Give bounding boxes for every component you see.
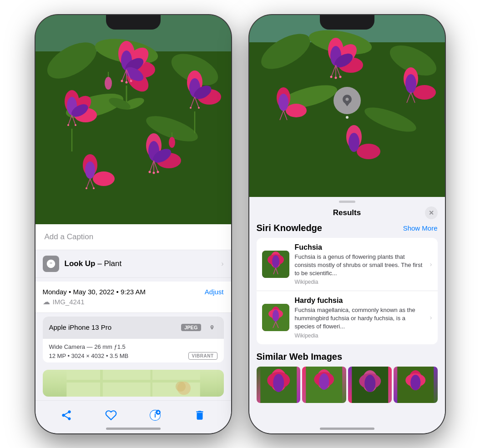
caption-placeholder: Add a Caption: [45, 232, 94, 241]
hardy-fuchsia-source: Wikipedia: [295, 332, 424, 339]
vibrant-badge: VIBRANT: [188, 352, 217, 360]
svg-point-36: [198, 107, 200, 109]
fuchsia-desc: Fuchsia is a genus of flowering plants t…: [295, 253, 424, 278]
camera-specs: 12 MP • 3024 × 4032 • 3.5 MB: [49, 352, 129, 359]
svg-point-108: [272, 255, 279, 268]
svg-point-19: [130, 80, 132, 82]
svg-point-53: [157, 171, 159, 173]
results-header: Results ✕: [249, 206, 445, 223]
svg-point-114: [273, 310, 279, 322]
hardy-fuchsia-chevron: ›: [430, 314, 432, 321]
svg-point-93: [286, 104, 307, 117]
results-sheet: Results ✕ Siri Knowledge Show More: [249, 197, 445, 433]
svg-rect-65: [100, 370, 103, 397]
svg-point-132: [410, 375, 420, 390]
info-button[interactable]: i ✦: [146, 406, 164, 424]
svg-point-120: [273, 374, 284, 392]
adjust-button[interactable]: Adjust: [205, 288, 224, 296]
cloud-icon: ☁: [43, 297, 50, 306]
location-icon[interactable]: [207, 322, 217, 333]
lookup-chevron: ›: [221, 260, 223, 268]
svg-point-90: [334, 76, 337, 79]
right-home-indicator: [320, 428, 374, 430]
svg-point-38: [93, 171, 115, 186]
lookup-row[interactable]: Look Up – Plant ›: [35, 250, 231, 278]
siri-knowledge-header: Siri Knowledge Show More: [257, 223, 438, 233]
similar-image-3[interactable]: [348, 367, 392, 403]
meta-date: Monday • May 30, 2022 • 9:23 AM: [43, 288, 146, 296]
hardy-fuchsia-thumbnail: [262, 304, 289, 331]
results-title: Results: [333, 208, 361, 217]
svg-point-91: [339, 76, 341, 78]
hardy-fuchsia-item[interactable]: Hardy fuchsia Fuchsia magellanica, commo…: [257, 291, 438, 344]
svg-point-98: [413, 85, 436, 100]
fuchsia-thumbnail: [262, 251, 289, 278]
svg-point-28: [75, 124, 76, 126]
svg-point-103: [357, 144, 380, 159]
photo-area[interactable]: [35, 15, 231, 224]
jpeg-badge: JPEG: [181, 324, 201, 331]
home-indicator: [106, 428, 161, 430]
similar-title: Similar Web Images: [257, 352, 438, 362]
similar-image-2[interactable]: [302, 367, 346, 403]
svg-rect-66: [150, 370, 152, 397]
svg-point-94: [278, 94, 288, 111]
svg-point-43: [93, 187, 95, 189]
similar-section: Similar Web Images: [257, 352, 438, 403]
favorite-button[interactable]: [102, 406, 120, 424]
right-photo-area[interactable]: [249, 15, 445, 197]
svg-point-42: [86, 187, 87, 189]
svg-point-104: [349, 133, 359, 152]
svg-point-17: [121, 80, 123, 82]
knowledge-card: Fuchsia Fuchsia is a genus of flowering …: [257, 238, 438, 344]
left-phone: Add a Caption Look Up – Plant › Monday •…: [35, 15, 231, 433]
fuchsia-item[interactable]: Fuchsia Fuchsia is a genus of flowering …: [257, 238, 438, 291]
svg-text:✦: ✦: [157, 410, 160, 415]
lookup-label: Look Up – Plant: [65, 259, 122, 268]
svg-point-52: [152, 171, 155, 174]
svg-point-68: [175, 381, 185, 391]
camera-header: Apple iPhone 13 Pro JPEG: [43, 317, 224, 338]
left-screen: Add a Caption Look Up – Plant › Monday •…: [35, 15, 231, 433]
sheet-handle[interactable]: [339, 201, 355, 203]
results-content[interactable]: Siri Knowledge Show More: [249, 223, 445, 433]
meta-section: Monday • May 30, 2022 • 9:23 AM Adjust ☁…: [35, 282, 231, 313]
camera-model: Apple iPhone 13 Pro: [49, 323, 112, 331]
hardy-fuchsia-desc: Fuchsia magellanica, commonly known as t…: [295, 306, 424, 331]
visual-lookup-icon: [43, 256, 59, 272]
map-area[interactable]: [43, 370, 224, 397]
svg-point-54: [105, 77, 112, 90]
close-button[interactable]: ✕: [425, 206, 438, 219]
camera-wide: Wide Camera — 26 mm ƒ1.5: [49, 343, 217, 350]
right-phone: Results ✕ Siri Knowledge Show More: [249, 15, 445, 433]
fuchsia-text: Fuchsia Fuchsia is a genus of flowering …: [295, 243, 424, 286]
hardy-fuchsia-text: Hardy fuchsia Fuchsia magellanica, commo…: [295, 297, 424, 339]
caption-area[interactable]: Add a Caption: [35, 224, 231, 250]
share-button[interactable]: [57, 406, 76, 424]
svg-point-39: [85, 161, 95, 179]
fuchsia-source: Wikipedia: [295, 279, 424, 285]
delete-button[interactable]: [191, 406, 209, 424]
show-more-button[interactable]: Show More: [403, 224, 438, 232]
svg-point-89: [330, 76, 332, 78]
fuchsia-chevron: ›: [430, 261, 432, 268]
right-screen: Results ✕ Siri Knowledge Show More: [249, 15, 445, 433]
svg-point-51: [148, 171, 151, 173]
camera-section: Apple iPhone 13 Pro JPEG Wide Camera — 2…: [43, 317, 224, 362]
similar-images: [257, 367, 438, 403]
svg-point-124: [319, 373, 329, 390]
svg-point-128: [364, 375, 375, 392]
svg-point-18: [125, 81, 127, 83]
visual-lookup-button[interactable]: [333, 87, 361, 114]
similar-image-1[interactable]: [257, 367, 301, 403]
siri-knowledge-title: Siri Knowledge: [257, 223, 322, 233]
lookup-dot: [346, 116, 349, 119]
svg-point-27: [67, 124, 69, 126]
similar-image-4[interactable]: [394, 367, 438, 403]
svg-point-35: [190, 107, 192, 109]
svg-point-99: [405, 74, 416, 93]
filename: IMG_4241: [53, 298, 85, 306]
fuchsia-name: Fuchsia: [295, 243, 424, 252]
svg-point-56: [169, 137, 175, 148]
camera-details: Wide Camera — 26 mm ƒ1.5 12 MP • 3024 × …: [43, 338, 224, 362]
